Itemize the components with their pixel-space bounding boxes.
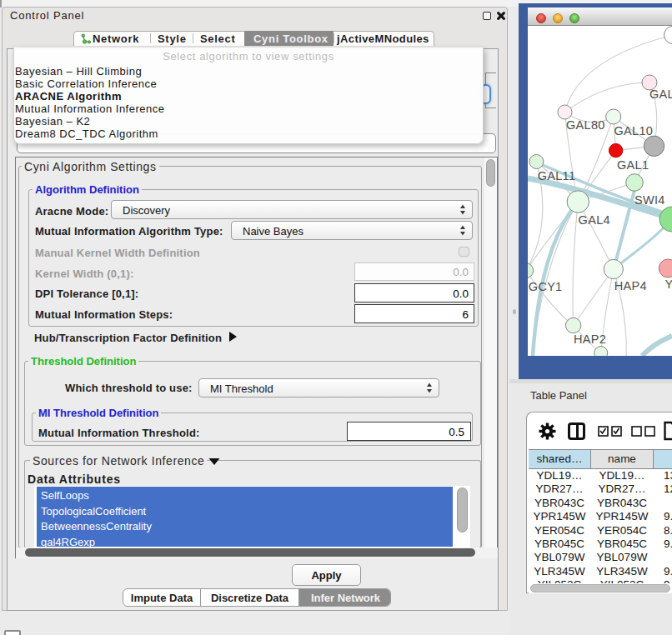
svg-text:GAL4: GAL4 [579, 213, 610, 227]
svg-text:GAL7: GAL7 [649, 88, 672, 101]
svg-text:Y: Y [665, 278, 672, 291]
svg-text:SWI4: SWI4 [634, 193, 665, 207]
svg-text:HAP2: HAP2 [574, 332, 606, 346]
svg-text:GAL11: GAL11 [538, 169, 576, 182]
svg-text:GCY1: GCY1 [529, 280, 563, 293]
svg-text:HAP4: HAP4 [614, 279, 647, 292]
svg-text:GAL80: GAL80 [566, 118, 605, 132]
svg-text:GAL1: GAL1 [617, 158, 649, 172]
svg-text:GAL10: GAL10 [614, 124, 654, 138]
